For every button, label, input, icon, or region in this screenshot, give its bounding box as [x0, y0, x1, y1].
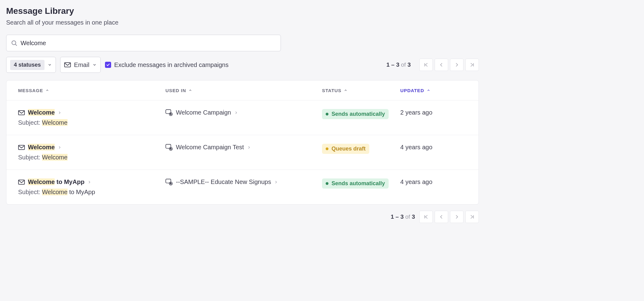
message-cell[interactable]: WelcomeSubject: Welcome: [18, 144, 165, 161]
page-last-button[interactable]: [465, 211, 479, 223]
chevron-down-icon: [92, 63, 97, 67]
subject-highlight: Welcome: [42, 154, 68, 161]
pagination-indicator-top: 1 – 3 of 3: [386, 61, 411, 68]
chevron-right-icon: [58, 146, 61, 149]
updated-cell: 2 years ago: [400, 109, 467, 116]
table-header: MESSAGE USED IN STATUS UPDATED: [6, 80, 479, 100]
sort-asc-icon: [427, 88, 430, 92]
used-in-text: Welcome Campaign Test: [176, 144, 244, 151]
chevron-right-icon: [247, 146, 251, 149]
search-icon: [11, 40, 17, 46]
campaign-icon: [165, 109, 173, 116]
sort-asc-icon: [344, 88, 347, 92]
sort-asc-icon: [45, 88, 49, 92]
svg-rect-13: [18, 180, 25, 184]
table-row[interactable]: WelcomeSubject: WelcomeWelcome Campaign …: [6, 135, 479, 170]
status-dot-icon: [326, 147, 328, 150]
status-dot-icon: [326, 113, 328, 115]
updated-cell: 4 years ago: [400, 178, 467, 186]
page-subtitle: Search all of your messages in one place: [6, 19, 479, 26]
chevron-down-icon: [48, 63, 52, 67]
page-prev-button[interactable]: [435, 59, 448, 71]
used-in-cell[interactable]: Welcome Campaign: [165, 109, 322, 116]
used-in-text: Welcome Campaign: [176, 109, 231, 116]
updated-cell: 4 years ago: [400, 144, 467, 151]
page-prev-button[interactable]: [435, 211, 448, 223]
col-status[interactable]: STATUS: [322, 88, 400, 93]
message-title-highlight: Welcome: [28, 144, 55, 150]
subject-label: Subject:: [18, 154, 40, 161]
status-text: Sends automatically: [332, 111, 385, 117]
subject-label: Subject:: [18, 189, 40, 195]
chevron-right-icon: [58, 111, 61, 115]
page-next-button[interactable]: [450, 59, 464, 71]
page-last-button[interactable]: [465, 59, 479, 71]
mail-icon: [18, 145, 25, 150]
message-cell[interactable]: Welcome to MyAppSubject: Welcome to MyAp…: [18, 178, 165, 196]
used-in-cell[interactable]: Welcome Campaign Test: [165, 144, 322, 151]
status-badge: Sends automatically: [322, 178, 389, 189]
status-badge: Queues draft: [322, 144, 369, 154]
chevron-right-icon: [87, 180, 91, 184]
message-title-highlight: Welcome: [28, 178, 55, 185]
mail-icon: [18, 110, 25, 115]
table-row[interactable]: WelcomeSubject: WelcomeWelcome CampaignS…: [6, 100, 479, 135]
search-input[interactable]: [21, 40, 276, 47]
status-text: Sends automatically: [332, 180, 385, 187]
svg-rect-9: [18, 145, 25, 149]
campaign-icon: [165, 179, 173, 186]
channel-filter[interactable]: Email: [60, 57, 101, 73]
sort-asc-icon: [188, 88, 192, 92]
pagination-indicator-bottom: 1 – 3 of 3: [391, 213, 415, 220]
search-box[interactable]: [6, 35, 281, 51]
chevron-right-icon: [234, 111, 238, 115]
col-updated[interactable]: UPDATED: [400, 88, 467, 93]
subject-highlight: Welcome: [42, 189, 68, 195]
mail-icon: [18, 180, 25, 185]
message-cell[interactable]: WelcomeSubject: Welcome: [18, 109, 165, 126]
svg-line-1: [15, 44, 17, 45]
exclude-archived-label: Exclude messages in archived campaigns: [114, 61, 228, 68]
mail-icon: [64, 62, 71, 67]
svg-rect-5: [18, 110, 25, 115]
col-used-in[interactable]: USED IN: [165, 88, 322, 93]
svg-point-12: [170, 148, 172, 149]
svg-point-16: [170, 183, 172, 184]
col-message[interactable]: MESSAGE: [18, 88, 165, 93]
table-row[interactable]: Welcome to MyAppSubject: Welcome to MyAp…: [6, 170, 479, 204]
status-cell: Sends automatically: [322, 109, 400, 119]
used-in-cell[interactable]: --SAMPLE-- Educate New Signups: [165, 178, 322, 186]
messages-table: MESSAGE USED IN STATUS UPDATED WelcomeSu…: [6, 80, 479, 205]
status-dot-icon: [326, 182, 328, 185]
subject-rest: to MyApp: [68, 189, 95, 195]
status-filter-chip: 4 statuses: [10, 60, 45, 70]
page-first-button[interactable]: [419, 211, 433, 223]
status-cell: Queues draft: [322, 144, 400, 154]
page-title: Message Library: [6, 6, 479, 16]
status-text: Queues draft: [332, 146, 366, 152]
page-next-button[interactable]: [450, 211, 464, 223]
channel-filter-label: Email: [74, 61, 89, 68]
page-first-button[interactable]: [419, 59, 433, 71]
subject-label: Subject:: [18, 119, 40, 126]
svg-rect-2: [64, 63, 71, 67]
svg-point-8: [170, 113, 172, 115]
status-cell: Sends automatically: [322, 178, 400, 189]
message-title-highlight: Welcome: [28, 109, 55, 116]
checkbox-checked-icon: [105, 62, 111, 68]
status-filter[interactable]: 4 statuses: [6, 57, 56, 73]
subject-highlight: Welcome: [42, 119, 68, 126]
used-in-text: --SAMPLE-- Educate New Signups: [176, 178, 271, 186]
campaign-icon: [165, 144, 173, 151]
chevron-right-icon: [274, 180, 278, 184]
message-title-rest: to MyApp: [55, 178, 84, 185]
exclude-archived-checkbox[interactable]: Exclude messages in archived campaigns: [105, 61, 228, 68]
status-badge: Sends automatically: [322, 109, 389, 119]
